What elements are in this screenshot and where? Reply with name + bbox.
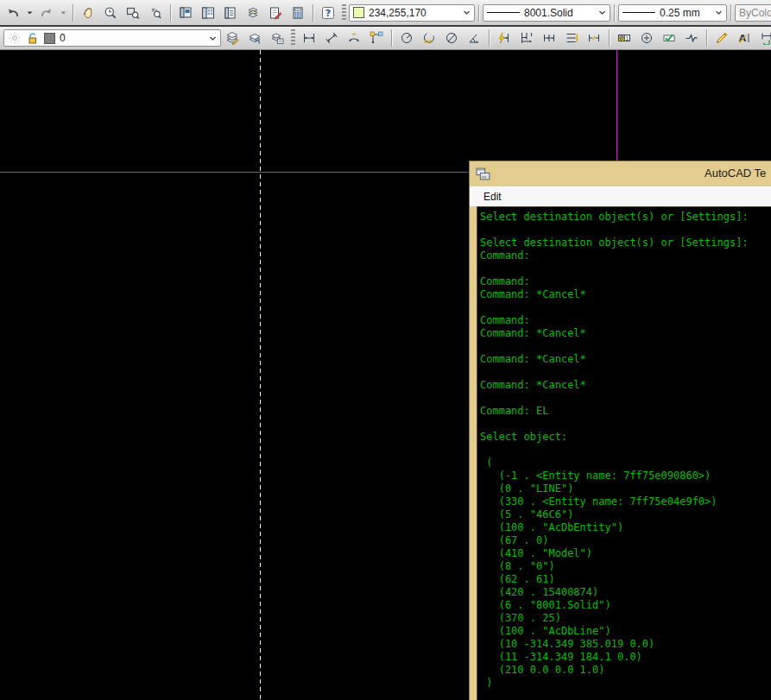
dim-diameter-button[interactable] xyxy=(440,28,463,48)
dim-jogged-button[interactable] xyxy=(418,28,440,48)
caret-down-icon xyxy=(25,6,35,20)
console-line xyxy=(480,301,771,314)
dim-jog-line-button[interactable] xyxy=(680,28,703,48)
console-line xyxy=(480,224,771,236)
quickcalc-button[interactable] xyxy=(287,3,309,23)
color-control-value: 234,255,170 xyxy=(369,7,458,19)
undo-menu-button[interactable] xyxy=(24,3,35,23)
text-window-title: AutoCAD Te xyxy=(705,167,766,180)
undo-icon xyxy=(6,6,20,20)
console-output[interactable]: Select destination object(s) or [Setting… xyxy=(477,206,771,700)
chevron-down-icon[interactable] xyxy=(598,9,606,16)
linetype-control[interactable]: 8001.Solid xyxy=(483,4,610,22)
dim-inspect-button[interactable] xyxy=(658,28,680,48)
dim-continue-button[interactable] xyxy=(538,28,560,48)
zoom-window-button[interactable] xyxy=(122,3,144,23)
quick-dimension-button[interactable] xyxy=(493,28,515,48)
layer-freeze-sun-icon xyxy=(8,31,22,45)
console-line: (11 -314.349 184.1 0.0) xyxy=(480,651,771,664)
chevron-down-icon[interactable] xyxy=(463,9,471,16)
redo-button[interactable] xyxy=(35,3,58,23)
chevron-down-icon[interactable] xyxy=(209,35,217,42)
dim-baseline-button[interactable] xyxy=(515,28,538,48)
center-mark-icon xyxy=(640,31,654,45)
dim-angular-button[interactable] xyxy=(463,28,485,48)
color-control[interactable]: 234,255,170 xyxy=(349,4,475,22)
tolerance-button[interactable]: 1 xyxy=(613,28,635,48)
dim-arc-length-button[interactable] xyxy=(343,28,365,48)
undo-button[interactable] xyxy=(2,3,24,23)
dim-linear-icon xyxy=(302,31,316,45)
quick-dimension-icon xyxy=(497,31,511,45)
dim-edit-button[interactable] xyxy=(711,28,733,48)
dim-baseline-icon xyxy=(520,31,534,45)
dim-jogged-icon xyxy=(422,31,436,45)
console-line: (210 0.0 0.0 1.0) xyxy=(480,664,771,677)
dim-linear-button[interactable] xyxy=(298,28,320,48)
layer-states-manager-button[interactable] xyxy=(266,28,288,48)
linetype-sample-line xyxy=(622,12,655,13)
markup-set-manager-icon xyxy=(269,6,282,20)
center-mark-button[interactable] xyxy=(635,28,658,48)
layers-dimension-toolbar: 01A xyxy=(0,27,771,50)
properties-palette-button[interactable] xyxy=(174,3,197,23)
lineweight-control[interactable]: 0.25 mm xyxy=(618,4,727,22)
dim-aligned-button[interactable] xyxy=(320,28,343,48)
console-line: (-1 . <Entity name: 7ff75e090860>) xyxy=(480,470,771,482)
layer-control[interactable]: 0 xyxy=(3,29,221,47)
menu-item-edit[interactable]: Edit xyxy=(475,189,510,205)
svg-text:1: 1 xyxy=(625,35,629,42)
tool-palettes-button[interactable] xyxy=(219,3,242,23)
designcenter-button[interactable] xyxy=(197,3,219,23)
dim-text-edit-button[interactable]: A xyxy=(733,28,755,48)
console-line: Command: EL xyxy=(480,405,771,418)
console-line xyxy=(480,262,771,275)
dim-ordinate-button[interactable] xyxy=(365,28,388,48)
toolbar-grip[interactable] xyxy=(342,4,346,22)
dim-radius-button[interactable] xyxy=(395,28,418,48)
dim-break-icon xyxy=(587,31,601,45)
sheet-set-manager-button[interactable] xyxy=(242,3,264,23)
autocad-text-window[interactable]: AutoCAD Te Edit Select destination objec… xyxy=(469,161,771,700)
layer-unlock-icon xyxy=(26,31,40,45)
layer-previous-button[interactable] xyxy=(243,28,266,48)
color-control-swatch xyxy=(353,7,364,18)
svg-text:?: ? xyxy=(325,8,331,19)
console-line: (420 . 15400874) xyxy=(480,586,771,599)
toolbar-separator xyxy=(170,4,171,22)
toolbar-separator xyxy=(489,29,490,47)
toolbar-separator xyxy=(614,4,615,22)
redo-menu-button[interactable] xyxy=(58,3,69,23)
console-line: (10 -314.349 385.019 0.0) xyxy=(480,638,771,651)
console-line xyxy=(480,444,771,457)
zoom-realtime-button[interactable] xyxy=(99,3,122,23)
toolbar-grip[interactable] xyxy=(291,29,295,47)
console-line: Select destination object(s) or [Setting… xyxy=(480,236,771,249)
toolbar-separator xyxy=(73,4,73,22)
dim-update-button[interactable] xyxy=(755,28,771,48)
zoom-window-icon xyxy=(126,6,140,20)
toolbar-separator xyxy=(478,4,479,22)
magenta-line-vertical xyxy=(616,50,617,161)
linetype-control-value: 8001.Solid xyxy=(524,7,594,19)
text-window-menubar: Edit xyxy=(470,186,771,207)
quickcalc-icon xyxy=(291,6,305,20)
plot-style-control-value: ByColor xyxy=(739,7,771,19)
tool-palettes-icon xyxy=(224,6,237,20)
help-button[interactable]: ? xyxy=(317,3,339,23)
dim-inspect-icon xyxy=(662,31,676,45)
console-line: (8 . "0") xyxy=(480,560,771,573)
pan-button[interactable] xyxy=(77,3,99,23)
redo-icon xyxy=(40,6,54,20)
layer-color-swatch xyxy=(44,33,55,44)
dim-space-button[interactable] xyxy=(560,28,583,48)
markup-set-manager-button[interactable] xyxy=(264,3,287,23)
dim-break-button[interactable] xyxy=(583,28,605,48)
zoom-previous-button[interactable] xyxy=(144,3,167,23)
layer-properties-manager-button[interactable] xyxy=(221,28,243,48)
console-line xyxy=(480,418,771,431)
text-window-titlebar[interactable]: AutoCAD Te xyxy=(470,161,771,186)
plot-style-control[interactable]: ByColor xyxy=(735,4,771,22)
chevron-down-icon[interactable] xyxy=(715,9,723,16)
console-line xyxy=(480,340,771,353)
